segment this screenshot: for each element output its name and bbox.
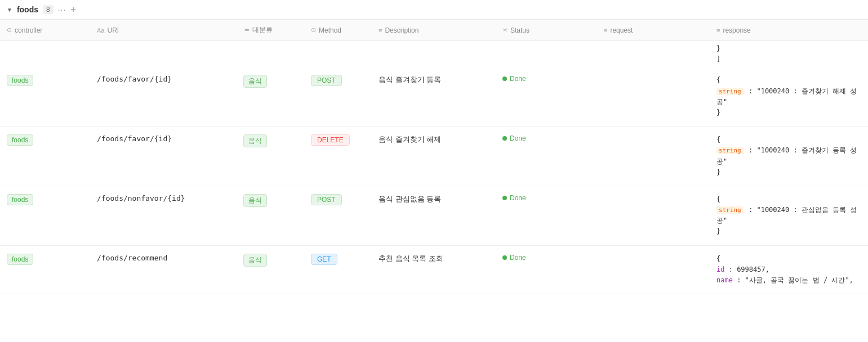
status-badge: Done — [502, 194, 526, 202]
col-uri: Aa URI — [90, 23, 237, 37]
response-id-value: : 6998457, — [729, 266, 769, 273]
method-cell: GET — [304, 251, 372, 267]
status-label: Done — [510, 254, 526, 262]
controller-cell: foods — [0, 192, 90, 208]
top-response-content: } ] — [710, 41, 868, 67]
column-headers: ⊙ controller Aa URI ≔ 대분류 ⊙ Method ≡ Des… — [0, 20, 868, 41]
col-desc-label: Description — [385, 26, 419, 34]
uri-cell: /foods/favor/{id} — [90, 132, 237, 145]
col-request: ≡ request — [597, 23, 710, 37]
col-controller-label: controller — [15, 26, 42, 34]
controller-cell: foods — [0, 251, 90, 267]
method-cell: DELETE — [304, 132, 372, 148]
category-cell: 음식 — [237, 132, 304, 150]
description-text: 음식 즐겨찾기 해제 — [379, 134, 441, 145]
more-options-button[interactable]: ··· — [58, 5, 66, 14]
request-cell — [597, 251, 710, 256]
col-method: ⊙ Method — [304, 23, 372, 37]
table-row: foods /foods/nonfavor/{id} 음식 POST 음식 관심… — [0, 186, 868, 246]
response-name-line: name : "사골, 곰국 끓이는 법 / 시간", — [716, 275, 861, 286]
status-dot — [502, 136, 507, 141]
empty-cell — [0, 52, 90, 56]
controller-tag: foods — [7, 134, 33, 146]
add-button[interactable]: + — [70, 4, 75, 15]
empty-cell — [372, 52, 496, 56]
response-string-line: string : "1000240 : 즐겨찾기 등록 성공" — [716, 145, 861, 166]
response-string-line: string : "1000240 : 관심없음 등록 성공" — [716, 205, 861, 226]
string-type-badge: string — [716, 88, 744, 95]
description-cell: 음식 즐겨찾기 해제 — [372, 132, 496, 147]
controller-col-icon: ⊙ — [7, 26, 12, 34]
response-cell: { string : "1000240 : 즐겨찾기 해제 성공" } — [710, 73, 868, 120]
category-tag: 음식 — [243, 75, 267, 88]
response-open-brace: { — [716, 254, 861, 264]
empty-cell — [237, 52, 304, 56]
col-response-label: response — [723, 26, 750, 34]
uri-text: /foods/recommend — [97, 254, 167, 262]
col-uri-label: URI — [107, 26, 119, 34]
count-badge: 8 — [43, 5, 54, 14]
description-text: 음식 즐겨찾기 등록 — [379, 75, 441, 85]
controller-tag: foods — [7, 194, 33, 205]
table-row: foods /foods/favor/{id} 음식 POST 음식 즐겨찾기 … — [0, 67, 868, 127]
closing-brace: } — [716, 43, 861, 54]
response-open-brace: { — [716, 75, 861, 86]
category-cell: 음식 — [237, 73, 304, 90]
request-cell — [597, 73, 710, 77]
desc-col-icon: ≡ — [379, 27, 382, 34]
response-cell: { id : 6998457, name : "사골, 곰국 끓이는 법 / 시… — [710, 251, 868, 289]
request-cell — [597, 192, 710, 196]
response-col-icon: ≡ — [716, 27, 720, 34]
category-tag: 음식 — [243, 194, 267, 207]
status-dot — [502, 196, 507, 200]
collapse-arrow[interactable]: ▼ — [7, 7, 12, 13]
col-description: ≡ Description — [372, 23, 496, 37]
string-type-badge: string — [716, 206, 744, 214]
response-cell: { string : "1000240 : 즐겨찾기 등록 성공" } — [710, 132, 868, 180]
group-name: foods — [17, 5, 38, 14]
status-cell: Done — [496, 73, 597, 85]
uri-cell: /foods/nonfavor/{id} — [90, 192, 237, 205]
uri-cell: /foods/favor/{id} — [90, 73, 237, 86]
description-cell: 추천 음식 목록 조회 — [372, 251, 496, 266]
table-row: foods /foods/favor/{id} 음식 DELETE 음식 즐겨찾… — [0, 127, 868, 186]
col-response: ≡ response — [710, 23, 868, 37]
col-status: ✳ Status — [496, 23, 597, 37]
top-partial-row: } ] — [0, 41, 868, 67]
col-controller: ⊙ controller — [0, 23, 90, 37]
status-label: Done — [510, 194, 526, 202]
uri-text: /foods/favor/{id} — [97, 134, 172, 143]
description-cell: 음식 관심없음 등록 — [372, 192, 496, 206]
method-col-icon: ⊙ — [311, 26, 316, 34]
description-text: 추천 음식 목록 조회 — [379, 254, 443, 264]
uri-cell: /foods/recommend — [90, 251, 237, 264]
response-string-line: string : "1000240 : 즐겨찾기 해제 성공" — [716, 86, 861, 107]
category-tag: 음식 — [243, 254, 267, 267]
uri-text: /foods/favor/{id} — [97, 75, 172, 83]
response-cell: { string : "1000240 : 관심없음 등록 성공" } — [710, 192, 868, 240]
uri-col-icon: Aa — [97, 27, 104, 34]
col-request-label: request — [610, 26, 633, 34]
col-method-label: Method — [319, 26, 341, 34]
response-close-brace: } — [716, 167, 861, 178]
status-label: Done — [510, 134, 526, 142]
status-badge: Done — [502, 75, 526, 83]
string-type-badge: string — [716, 147, 744, 154]
id-type-label: id — [716, 266, 724, 273]
status-cell: Done — [496, 251, 597, 264]
category-tag: 음식 — [243, 134, 267, 147]
status-badge: Done — [502, 134, 526, 142]
method-tag: POST — [311, 75, 342, 86]
response-open-brace: { — [716, 194, 861, 205]
status-cell: Done — [496, 132, 597, 145]
category-cell: 음식 — [237, 251, 304, 269]
table-body: foods /foods/favor/{id} 음식 POST 음식 즐겨찾기 … — [0, 67, 868, 294]
status-dot — [502, 76, 507, 81]
method-tag: DELETE — [311, 134, 350, 146]
response-id-line: id : 6998457, — [716, 264, 861, 275]
response-close-brace: } — [716, 226, 861, 237]
status-label: Done — [510, 75, 526, 83]
status-col-icon: ✳ — [502, 26, 508, 34]
controller-tag: foods — [7, 254, 33, 265]
method-tag: POST — [311, 194, 342, 205]
